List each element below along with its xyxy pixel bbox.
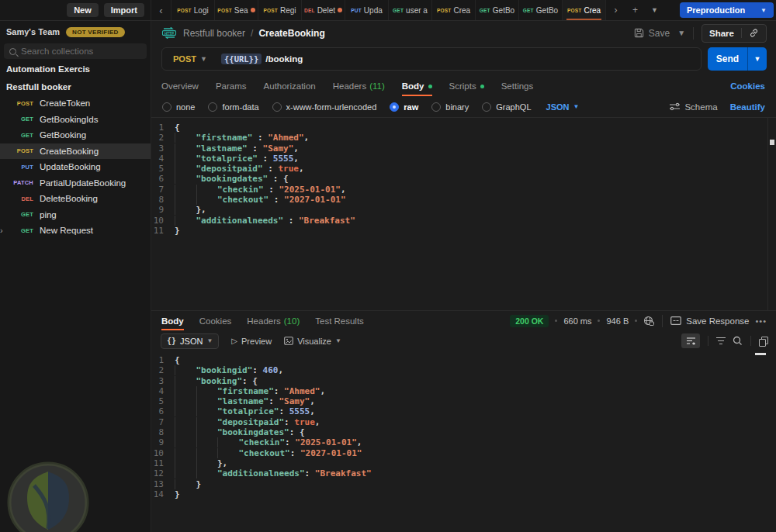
preview-button[interactable]: ▷ Preview xyxy=(231,337,272,346)
sidebar-request-updatebooking[interactable]: PUTUpdateBooking xyxy=(0,159,151,175)
body-type-x-www-form-urlencoded[interactable]: x-www-form-urlencoded xyxy=(272,102,377,112)
method-dropdown[interactable]: POST ▼ xyxy=(162,54,213,64)
workspace-row[interactable]: Samy's Team NOT VERIFIED xyxy=(0,23,151,40)
request-tab-logi[interactable]: POSTLogi xyxy=(171,0,215,20)
request-tab-getbo[interactable]: GETGetBo xyxy=(519,0,563,20)
visualize-button[interactable]: Visualize ▼ xyxy=(284,337,341,346)
tab-overview[interactable]: Overview xyxy=(161,76,199,96)
request-tab-regi[interactable]: POSTRegi xyxy=(258,0,302,20)
save-options-chevron-icon[interactable]: ▼ xyxy=(677,29,685,37)
line-number: 7 xyxy=(151,417,175,427)
code-line: 11 }, xyxy=(151,458,776,468)
request-tab-crea[interactable]: POSTCrea xyxy=(432,0,476,20)
tab-scripts[interactable]: Scripts xyxy=(449,76,484,96)
response-time[interactable]: 660 ms xyxy=(563,316,591,326)
new-tab-plus-icon[interactable]: + xyxy=(625,5,645,16)
request-tab-delet[interactable]: DELDelet xyxy=(302,0,345,20)
response-tab-headers[interactable]: Headers(10) xyxy=(247,311,300,330)
cookies-link[interactable]: Cookies xyxy=(730,81,765,91)
request-body-editor[interactable]: 1{2 "firstname" : "Ahmed",3 "lastname" :… xyxy=(151,117,776,310)
response-tab-cookies[interactable]: Cookies xyxy=(199,311,232,330)
request-method-label: POST xyxy=(5,147,33,154)
tab-settings[interactable]: Settings xyxy=(501,76,534,96)
not-verified-badge: NOT VERIFIED xyxy=(66,27,125,37)
breadcrumb-collection[interactable]: Restfull booker xyxy=(183,28,245,39)
green-dot xyxy=(480,85,484,88)
collection-automation-exercis[interactable]: Automation Exercis xyxy=(0,61,151,77)
tabs-scroll-right-icon[interactable]: › xyxy=(606,5,625,16)
beautify-button[interactable]: Beautify xyxy=(730,102,765,112)
collection-restfull-booker[interactable]: Restfull booker xyxy=(0,79,151,95)
radio-selected-icon xyxy=(390,102,399,112)
chevron-down-icon: ▼ xyxy=(335,337,341,344)
breadcrumb-request-name[interactable]: CreateBooking xyxy=(258,28,324,39)
save-label: Save xyxy=(649,28,670,39)
request-tab-upda[interactable]: PUTUpda xyxy=(345,0,389,20)
response-tab-test-results[interactable]: Test Results xyxy=(315,311,364,330)
send-button[interactable]: Send xyxy=(708,47,747,71)
filter-icon[interactable] xyxy=(716,337,726,344)
send-options-chevron-icon[interactable]: ▼ xyxy=(747,47,767,71)
request-tab-sea[interactable]: POSTSea xyxy=(215,0,258,20)
request-method-label: GET xyxy=(5,227,33,234)
environment-selector[interactable]: Preproduction ▼ xyxy=(680,2,774,18)
import-button[interactable]: Import xyxy=(104,3,144,17)
body-type-graphql[interactable]: GraphQL xyxy=(482,102,531,112)
body-type-binary[interactable]: binary xyxy=(431,102,469,112)
breadcrumb-separator: / xyxy=(251,28,253,39)
sidebar-request-new-request[interactable]: ›GETNew Request xyxy=(0,223,151,239)
save-button[interactable]: Save ▼ xyxy=(634,28,685,39)
request-tab-getbo[interactable]: GETGetBo xyxy=(476,0,519,20)
sidebar-request-createtoken[interactable]: POSTCreateToken xyxy=(0,95,151,112)
code-line: 14} xyxy=(151,489,776,499)
new-button[interactable]: New xyxy=(67,3,99,17)
sidebar-request-createbooking[interactable]: POSTCreateBooking xyxy=(0,143,151,160)
network-globe-icon[interactable] xyxy=(643,316,654,326)
response-format-dropdown[interactable]: {} JSON ▼ xyxy=(161,333,219,349)
response-body-editor[interactable]: 1{2 "bookingid": 460,3 "booking": {4 "fi… xyxy=(151,351,776,532)
code-line: 4 "totalprice" : 5555, xyxy=(151,154,776,164)
request-name: GetBookingIds xyxy=(40,115,98,124)
wrap-text-button[interactable] xyxy=(681,333,700,348)
request-tab-crea[interactable]: POSTCrea xyxy=(563,0,606,20)
status-badge[interactable]: 200 OK xyxy=(510,315,549,327)
team-name: Samy's Team xyxy=(6,27,60,36)
search-collections-box[interactable] xyxy=(4,43,147,59)
search-collections-input[interactable] xyxy=(21,47,141,56)
sidebar-request-getbooking[interactable]: GETGetBooking xyxy=(0,127,151,143)
radio-unselected-icon xyxy=(482,102,491,112)
tab-menu-chevron-icon[interactable]: ▼ xyxy=(645,6,664,14)
url-variable-pill: {{URL}} xyxy=(221,54,262,64)
sidebar-request-getbookingids[interactable]: GETGetBookingIds xyxy=(0,112,151,128)
editor-scrollbar[interactable] xyxy=(767,118,776,310)
tab-body[interactable]: Body xyxy=(402,76,432,96)
scrollbar-thumb[interactable] xyxy=(770,140,774,145)
url-input[interactable]: {{URL}} /booking xyxy=(213,54,303,64)
dot-separator xyxy=(598,320,600,322)
response-scrollbar-thumb[interactable] xyxy=(755,353,766,355)
search-response-icon[interactable] xyxy=(733,336,743,346)
tabs-scroll-left-icon[interactable]: ‹ xyxy=(151,0,171,20)
raw-language-dropdown[interactable]: JSON ▼ xyxy=(546,102,580,112)
tab-headers[interactable]: Headers(11) xyxy=(333,76,385,96)
sidebar-request-deletebooking[interactable]: DELDeleteBooking xyxy=(0,191,151,207)
copy-response-icon[interactable] xyxy=(759,337,767,345)
save-response-button[interactable]: Save Response xyxy=(670,316,749,326)
share-button[interactable]: Share xyxy=(702,24,767,43)
schema-button[interactable]: Schema xyxy=(670,102,717,112)
response-tab-body[interactable]: Body xyxy=(161,311,184,330)
body-type-form-data[interactable]: form-data xyxy=(208,102,258,112)
body-type-raw[interactable]: raw xyxy=(390,102,418,112)
body-type-none[interactable]: none xyxy=(162,102,195,112)
tab-authorization[interactable]: Authorization xyxy=(264,76,316,96)
request-tab-user-a[interactable]: GETuser a xyxy=(389,0,432,20)
line-number: 10 xyxy=(151,448,175,458)
sidebar-request-partialupdatebooking[interactable]: PATCHPartialUpdateBooking xyxy=(0,175,151,192)
body-type-radios: noneform-datax-www-form-urlencodedrawbin… xyxy=(162,102,532,112)
tab-params[interactable]: Params xyxy=(216,76,247,96)
more-options-icon[interactable]: ••• xyxy=(755,316,767,326)
sidebar-request-ping[interactable]: GETping xyxy=(0,207,151,223)
response-size[interactable]: 946 B xyxy=(606,316,629,326)
code-line: 6 "bookingdates" : { xyxy=(151,174,776,184)
link-icon xyxy=(749,28,759,38)
